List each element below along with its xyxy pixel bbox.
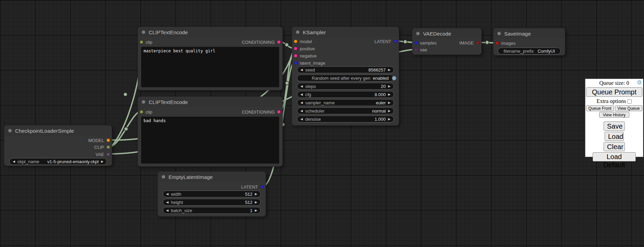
increment-arrow-icon[interactable]: ▶ bbox=[255, 199, 257, 206]
input-row-latent-image: latent_image bbox=[294, 60, 325, 66]
node-collapse-dot[interactable] bbox=[296, 30, 299, 34]
node-title-bar[interactable]: CheckpointLoaderSimple bbox=[4, 126, 112, 136]
model-output-port[interactable] bbox=[107, 139, 110, 142]
ckpt-name-combo-widget[interactable]: ◀ ckpt_name v1-5-pruned-emaonly.ckpt ▶ bbox=[9, 158, 107, 165]
output-row-latent: LATENT bbox=[241, 183, 264, 190]
link-midpoint-dot bbox=[124, 93, 127, 96]
node-title-bar[interactable]: KSampler bbox=[292, 27, 399, 37]
input-row-vae: vae bbox=[414, 46, 427, 53]
image-output-port[interactable] bbox=[476, 41, 480, 44]
queue-front-button[interactable]: Queue Front bbox=[586, 105, 614, 111]
increment-arrow-icon[interactable]: ▶ bbox=[388, 91, 391, 98]
input-row-negative: negative bbox=[294, 52, 317, 59]
steps-number-widget[interactable]: ◀ steps 20 ▶ bbox=[297, 83, 394, 90]
node-graph-canvas[interactable]: CheckpointLoaderSimple MODEL CLIP VAE ◀ … bbox=[0, 0, 644, 247]
node-collapse-dot[interactable] bbox=[142, 30, 145, 34]
random-seed-toggle-widget[interactable]: Random seed after every gen enabled bbox=[297, 75, 394, 81]
link-midpoint-dot bbox=[485, 41, 489, 44]
node-collapse-dot[interactable] bbox=[162, 175, 165, 179]
denoise-number-widget[interactable]: ◀ denoise 1.000 ▶ bbox=[297, 116, 394, 122]
decrement-arrow-icon[interactable]: ◀ bbox=[166, 191, 169, 197]
images-input-port[interactable] bbox=[495, 41, 499, 45]
node-clip-text-encode-positive[interactable]: CLIPTextEncode clip CONDITIONING masterp… bbox=[138, 27, 283, 90]
decrement-arrow-icon[interactable]: ◀ bbox=[300, 91, 303, 98]
load-default-button[interactable]: Load Default bbox=[593, 152, 636, 161]
latent-output-port[interactable] bbox=[260, 185, 264, 188]
extra-options-checkbox[interactable] bbox=[627, 99, 632, 104]
node-empty-latent-image[interactable]: EmptyLatentImage LATENT ◀ width 512 ▶ ◀ … bbox=[158, 171, 266, 217]
increment-arrow-icon[interactable]: ▶ bbox=[388, 99, 391, 106]
increment-arrow-icon[interactable]: ▶ bbox=[255, 191, 257, 197]
load-button[interactable]: Load bbox=[605, 132, 624, 141]
node-save-image[interactable]: SaveImage images filename_prefix ComfyUI bbox=[493, 28, 565, 55]
decrement-arrow-icon[interactable]: ◀ bbox=[300, 66, 303, 73]
clip-input-port[interactable] bbox=[140, 40, 143, 44]
input-row-clip: clip bbox=[140, 39, 152, 46]
conditioning-output-port[interactable] bbox=[277, 110, 281, 114]
node-collapse-dot[interactable] bbox=[416, 32, 420, 35]
samples-input-port[interactable] bbox=[414, 41, 418, 44]
batch-size-number-widget[interactable]: ◀ batch_size 1 ▶ bbox=[163, 207, 261, 214]
widget-label: ckpt_name bbox=[17, 159, 39, 164]
vae-input-port[interactable] bbox=[414, 48, 418, 51]
node-clip-text-encode-negative[interactable]: CLIPTextEncode clip CONDITIONING bad han… bbox=[138, 96, 283, 167]
input-row-positive: positive bbox=[294, 45, 315, 52]
view-history-button[interactable]: View History bbox=[599, 112, 629, 118]
save-button[interactable]: Save bbox=[604, 121, 625, 131]
clip-output-port[interactable] bbox=[107, 145, 110, 149]
latent-output-port[interactable] bbox=[394, 40, 397, 43]
negative-prompt-textarea[interactable]: bad hands bbox=[141, 117, 279, 164]
decrement-arrow-icon[interactable]: ◀ bbox=[166, 199, 169, 206]
filename-prefix-text-widget[interactable]: filename_prefix ComfyUI bbox=[498, 48, 561, 54]
node-collapse-dot[interactable] bbox=[8, 129, 12, 132]
node-title: SaveImage bbox=[504, 31, 531, 37]
toggle-on-indicator[interactable] bbox=[392, 76, 396, 80]
sampler-name-combo-widget[interactable]: ◀ sampler_name euler ▶ bbox=[297, 99, 394, 106]
cfg-number-widget[interactable]: ◀ cfg 8.000 ▶ bbox=[297, 91, 394, 98]
node-vae-decode[interactable]: VAEDecode samples vae IMAGE bbox=[412, 28, 482, 55]
scheduler-combo-widget[interactable]: ◀ scheduler normal ▶ bbox=[297, 107, 394, 114]
node-ksampler[interactable]: KSampler model positive negative latent_… bbox=[292, 27, 399, 126]
decrement-arrow-icon[interactable]: ◀ bbox=[300, 83, 303, 90]
node-checkpoint-loader-simple[interactable]: CheckpointLoaderSimple MODEL CLIP VAE ◀ … bbox=[4, 125, 112, 166]
output-row-model: MODEL bbox=[88, 137, 110, 144]
settings-gear-icon[interactable]: ⚙ bbox=[637, 80, 642, 86]
node-title: CLIPTextEncode bbox=[149, 29, 188, 35]
model-input-port[interactable] bbox=[294, 40, 297, 43]
node-title-bar[interactable]: VAEDecode bbox=[412, 28, 481, 39]
conditioning-output-port[interactable] bbox=[277, 40, 281, 44]
negative-input-port[interactable] bbox=[294, 54, 297, 57]
output-row-conditioning: CONDITIONING bbox=[242, 39, 281, 46]
node-title-bar[interactable]: CLIPTextEncode bbox=[138, 97, 282, 107]
vae-output-port[interactable] bbox=[107, 153, 110, 156]
link-midpoint-dot bbox=[404, 40, 407, 44]
queue-prompt-button[interactable]: Queue Prompt bbox=[586, 87, 642, 97]
decrement-arrow-icon[interactable]: ◀ bbox=[300, 99, 303, 106]
width-number-widget[interactable]: ◀ width 512 ▶ bbox=[163, 191, 261, 197]
seed-number-widget[interactable]: ◀ seed 8566257 ▶ bbox=[297, 66, 394, 73]
clear-button[interactable]: Clear bbox=[604, 142, 625, 151]
node-title-bar[interactable]: EmptyLatentImage bbox=[158, 172, 265, 182]
height-number-widget[interactable]: ◀ height 512 ▶ bbox=[163, 199, 261, 206]
decrement-arrow-icon[interactable]: ◀ bbox=[166, 207, 169, 214]
increment-arrow-icon[interactable]: ▶ bbox=[388, 66, 391, 73]
decrement-arrow-icon[interactable]: ◀ bbox=[13, 158, 15, 165]
clip-input-port[interactable] bbox=[140, 110, 143, 114]
positive-input-port[interactable] bbox=[294, 47, 297, 50]
widget-value[interactable]: v1-5-pruned-emaonly.ckpt bbox=[47, 159, 99, 164]
node-collapse-dot[interactable] bbox=[142, 100, 145, 104]
node-title-bar[interactable]: SaveImage bbox=[494, 28, 565, 39]
increment-arrow-icon[interactable]: ▶ bbox=[101, 158, 103, 165]
view-queue-button[interactable]: View Queue bbox=[615, 105, 643, 111]
increment-arrow-icon[interactable]: ▶ bbox=[388, 107, 391, 114]
decrement-arrow-icon[interactable]: ◀ bbox=[300, 107, 303, 114]
decrement-arrow-icon[interactable]: ◀ bbox=[300, 116, 303, 122]
positive-prompt-textarea[interactable]: masterpiece best quality girl bbox=[141, 47, 279, 87]
node-title-bar[interactable]: CLIPTextEncode bbox=[138, 27, 282, 37]
node-collapse-dot[interactable] bbox=[497, 32, 501, 35]
increment-arrow-icon[interactable]: ▶ bbox=[255, 207, 257, 214]
latent-image-input-port[interactable] bbox=[294, 61, 297, 65]
increment-arrow-icon[interactable]: ▶ bbox=[388, 116, 391, 122]
increment-arrow-icon[interactable]: ▶ bbox=[388, 83, 391, 90]
wire-clip-to-positive-encode bbox=[109, 42, 142, 147]
